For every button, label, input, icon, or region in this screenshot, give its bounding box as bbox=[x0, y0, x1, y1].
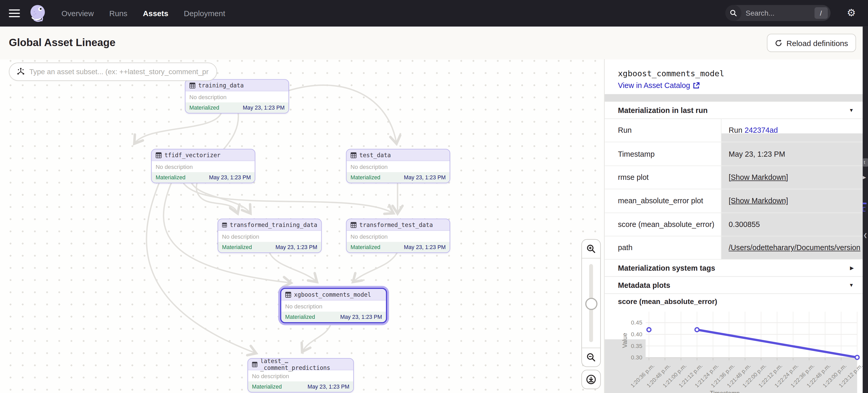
path-link[interactable]: /Users/odetteharary/Documents/version bbox=[729, 243, 861, 252]
nav-tab-overview[interactable]: Overview bbox=[61, 9, 94, 18]
nav-tab-deployment[interactable]: Deployment bbox=[184, 9, 225, 18]
reload-definitions-label: Reload definitions bbox=[786, 38, 848, 47]
asset-node-latest-comment-predictions[interactable]: latest_…_comment_predictions No descript… bbox=[248, 358, 354, 392]
meta-key: score (mean_absolute_error) bbox=[604, 213, 721, 236]
asset-node-test-data[interactable]: test_data No description MaterializedMay… bbox=[346, 149, 450, 183]
meta-key: rmse plot bbox=[604, 166, 721, 189]
settings-gear-icon[interactable]: ⚙ bbox=[847, 8, 856, 18]
nav-tab-assets[interactable]: Assets bbox=[143, 9, 168, 18]
asset-name: xgboost_comments_model bbox=[294, 291, 371, 298]
zoom-slider[interactable] bbox=[582, 258, 600, 348]
filter-placeholder: Type an asset subset... (ex: ++latest_st… bbox=[29, 67, 209, 76]
asset-filter-input[interactable]: Type an asset subset... (ex: ++latest_st… bbox=[9, 62, 217, 81]
svg-text:0.35: 0.35 bbox=[631, 343, 642, 349]
clipped-glyph: ❮ bbox=[863, 232, 867, 238]
svg-text:Value: Value bbox=[621, 333, 628, 348]
global-search-input[interactable]: Search... / bbox=[725, 5, 830, 21]
search-shortcut-badge: / bbox=[814, 7, 828, 19]
status-badge: Materialized bbox=[189, 105, 219, 110]
meta-value: [Show Markdown] bbox=[721, 166, 863, 189]
asset-description: No description bbox=[248, 370, 353, 382]
meta-row-mae-plot: mean_absolute_error plot [Show Markdown] bbox=[604, 190, 863, 213]
external-link-icon bbox=[693, 82, 700, 89]
edge-training-test bbox=[288, 85, 397, 143]
edge-transformed-training-xgboost bbox=[269, 252, 317, 282]
zoom-controls bbox=[581, 239, 600, 367]
zoom-in-button[interactable] bbox=[582, 240, 600, 258]
meta-row-path: path /Users/odetteharary/Documents/versi… bbox=[604, 236, 863, 260]
x-axis-title: Timestamp bbox=[710, 390, 740, 393]
page-header: Global Asset Lineage Reload definitions bbox=[0, 27, 868, 60]
value-gray-fill bbox=[721, 133, 863, 142]
materialized-time: May 23, 1:23 PM bbox=[404, 244, 446, 250]
materialized-time: May 23, 1:23 PM bbox=[340, 314, 382, 320]
asset-node-tfidf-vectorizer[interactable]: tfidf_vectorizer No description Material… bbox=[151, 149, 255, 183]
edge-transformed-test-xgboost bbox=[353, 252, 398, 282]
asset-detail-title: xgboost_comments_model bbox=[618, 69, 863, 78]
section-materialization-system-tags[interactable]: Materialization system tags ▶ bbox=[604, 260, 863, 277]
zoom-slider-handle[interactable] bbox=[585, 298, 597, 310]
download-graph-button[interactable] bbox=[581, 370, 600, 389]
section-metadata-plots[interactable]: Metadata plots ▼ bbox=[604, 277, 863, 294]
asset-description: No description bbox=[281, 301, 386, 312]
nav-tab-runs[interactable]: Runs bbox=[110, 9, 128, 18]
asset-node-transformed-training-data[interactable]: transformed_training_data No description… bbox=[218, 219, 322, 253]
status-badge: Materialized bbox=[285, 314, 315, 320]
edge-tfidf-latest bbox=[147, 182, 256, 353]
asset-name: tfidf_vectorizer bbox=[164, 152, 220, 159]
chart-title: score (mean_absolute_error) bbox=[604, 294, 863, 309]
reload-definitions-button[interactable]: Reload definitions bbox=[767, 34, 856, 52]
top-nav: Overview Runs Assets Deployment Search..… bbox=[0, 0, 868, 27]
nav-tabs: Overview Runs Assets Deployment bbox=[61, 9, 225, 18]
meta-row-timestamp: Timestamp May 23, 1:23 PM bbox=[604, 142, 863, 166]
view-in-asset-catalog-link[interactable]: View in Asset Catalog bbox=[618, 81, 700, 90]
asset-description: No description bbox=[152, 161, 255, 172]
asset-detail-panel: xgboost_comments_model View in Asset Cat… bbox=[604, 59, 863, 393]
clipped-chip: t bbox=[863, 158, 868, 167]
section-materialization-last-run[interactable]: Materialization in last run ▼ bbox=[604, 101, 863, 119]
asset-node-xgboost-comments-model[interactable]: xgboost_comments_model No description Ma… bbox=[280, 288, 387, 323]
table-icon bbox=[350, 222, 356, 228]
asset-description: No description bbox=[185, 91, 288, 103]
op-selector-icon bbox=[17, 67, 25, 76]
asset-node-transformed-test-data[interactable]: transformed_test_data No description Mat… bbox=[346, 219, 450, 253]
meta-value: May 23, 1:23 PM bbox=[721, 142, 863, 165]
edge-xgboost-latest bbox=[302, 323, 331, 351]
reload-icon bbox=[775, 39, 783, 47]
download-icon bbox=[586, 374, 596, 385]
edge-tfidf-transformed-test bbox=[183, 182, 393, 213]
svg-text:0.40: 0.40 bbox=[631, 331, 642, 338]
show-markdown-link[interactable]: [Show Markdown] bbox=[729, 197, 788, 205]
asset-description: No description bbox=[346, 161, 450, 172]
meta-row-score: score (mean_absolute_error) 0.300855 bbox=[604, 213, 863, 236]
page-title: Global Asset Lineage bbox=[9, 36, 115, 49]
dagster-logo-icon[interactable] bbox=[28, 4, 47, 23]
metadata-chart[interactable]: 0.450.400.350.30Value 1:20:36 p.m.1:20:4… bbox=[604, 309, 863, 393]
clipped-blue-glyph bbox=[863, 202, 867, 204]
asset-node-training-data[interactable]: training_data No description Materialize… bbox=[185, 79, 289, 113]
materialized-time: May 23, 1:23 PM bbox=[307, 384, 349, 390]
chevron-down-icon: ▼ bbox=[849, 283, 854, 288]
status-badge: Materialized bbox=[252, 384, 282, 390]
show-markdown-link[interactable]: [Show Markdown] bbox=[729, 173, 788, 182]
menu-icon[interactable] bbox=[9, 9, 20, 17]
asset-graph-canvas[interactable]: training_data No description Materialize… bbox=[0, 59, 604, 393]
materialized-time: May 23, 1:23 PM bbox=[275, 244, 317, 250]
panel-overflow-strip: t ▶ ❮ bbox=[863, 27, 868, 393]
asset-name: transformed_test_data bbox=[359, 222, 433, 228]
status-badge: Materialized bbox=[350, 244, 380, 250]
asset-description: No description bbox=[346, 231, 450, 242]
asset-name: training_data bbox=[198, 82, 244, 89]
asset-description: No description bbox=[218, 231, 321, 242]
table-icon bbox=[350, 152, 356, 158]
search-icon bbox=[725, 5, 741, 21]
status-badge: Materialized bbox=[156, 174, 186, 181]
chevron-down-icon: ▼ bbox=[849, 107, 854, 113]
status-badge: Materialized bbox=[222, 244, 252, 250]
meta-value: 0.300855 bbox=[721, 213, 863, 236]
asset-name: latest_…_comment_predictions bbox=[260, 358, 349, 371]
materialized-time: May 23, 1:23 PM bbox=[243, 105, 285, 110]
meta-value: [Show Markdown] bbox=[721, 190, 863, 212]
zoom-out-button[interactable] bbox=[582, 348, 600, 366]
search-placeholder: Search... bbox=[746, 9, 814, 17]
